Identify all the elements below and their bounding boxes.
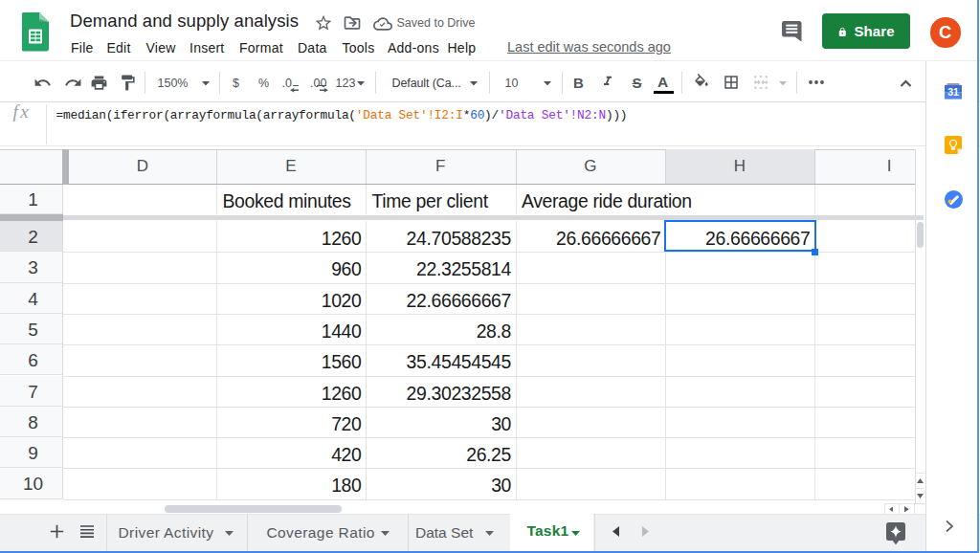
svg-text:31: 31 xyxy=(947,88,959,99)
